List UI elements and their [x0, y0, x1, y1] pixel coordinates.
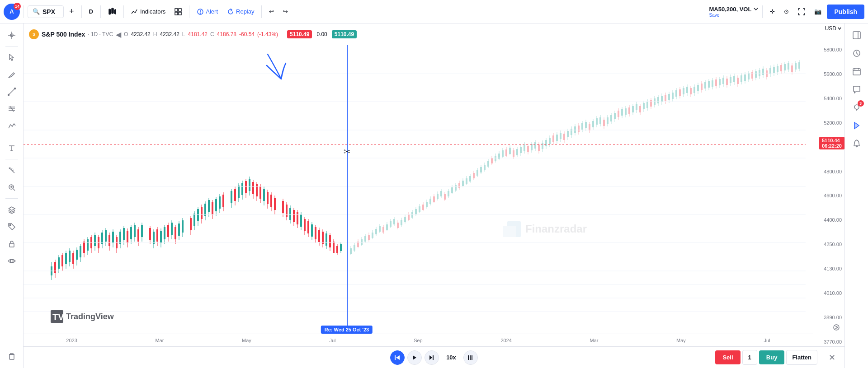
- svg-rect-410: [719, 79, 721, 85]
- svg-rect-206: [350, 248, 352, 254]
- svg-rect-3: [112, 9, 113, 13]
- publish-button[interactable]: Publish: [827, 5, 864, 19]
- lock-tool[interactable]: [4, 236, 20, 252]
- svg-rect-200: [333, 242, 335, 253]
- svg-rect-282: [487, 161, 489, 167]
- layouts-icon: [175, 8, 182, 15]
- timeframe-button[interactable]: D: [85, 6, 97, 17]
- flatten-button[interactable]: Flatten: [786, 350, 817, 365]
- time-scale: 2023 Mar May Jul Sep 2024 Mar May Jul: [24, 334, 813, 346]
- svg-text:TV: TV: [52, 312, 63, 322]
- svg-marker-472: [413, 355, 416, 360]
- svg-rect-400: [701, 84, 703, 90]
- indicators-button[interactable]: Indicators: [127, 6, 169, 18]
- svg-rect-406: [712, 80, 713, 87]
- svg-line-31: [11, 168, 12, 170]
- svg-rect-230: [393, 219, 395, 224]
- svg-rect-306: [531, 144, 533, 150]
- replay-panel-button[interactable]: [849, 117, 865, 134]
- svg-rect-424: [744, 75, 746, 81]
- replay-vertical-line: [347, 45, 348, 334]
- svg-rect-212: [361, 239, 363, 245]
- pointer-tool[interactable]: [4, 49, 20, 65]
- ma-indicator-area[interactable]: MA50,200, VOL Save: [709, 6, 759, 18]
- pattern-tool[interactable]: [4, 118, 20, 134]
- replay-go-to-start-button[interactable]: [390, 350, 405, 365]
- chat-button[interactable]: [849, 81, 865, 98]
- buy-button[interactable]: Buy: [759, 350, 785, 364]
- ideas-button[interactable]: 3: [849, 99, 865, 116]
- user-annotation: [267, 54, 286, 79]
- svg-rect-82: [101, 233, 103, 244]
- eye-tool[interactable]: [4, 253, 20, 269]
- svg-rect-274: [473, 173, 475, 178]
- trash-tool[interactable]: [4, 348, 20, 364]
- svg-rect-324: [563, 134, 565, 140]
- panel-toggle-button[interactable]: [849, 27, 865, 43]
- chart-type-button[interactable]: [104, 5, 120, 18]
- svg-rect-444: [780, 65, 782, 71]
- svg-rect-186: [307, 221, 309, 233]
- alerts-button[interactable]: [849, 135, 865, 152]
- undo-button[interactable]: ↩: [265, 6, 278, 17]
- symbol-nav[interactable]: ◀: [116, 30, 121, 39]
- svg-rect-368: [643, 103, 645, 109]
- svg-rect-398: [697, 85, 699, 91]
- replay-play-button[interactable]: [407, 350, 422, 365]
- redo-button[interactable]: ↪: [279, 6, 292, 17]
- svg-rect-214: [364, 236, 366, 242]
- cursor-dot-button[interactable]: ⊙: [780, 6, 793, 17]
- replay-next-button[interactable]: [425, 350, 439, 365]
- user-avatar[interactable]: A 14: [4, 4, 20, 20]
- svg-rect-196: [326, 233, 327, 246]
- layers-tool[interactable]: [4, 201, 20, 218]
- alert-button[interactable]: Alert: [193, 6, 222, 18]
- fullscreen-button[interactable]: [794, 6, 809, 18]
- layouts-button[interactable]: [171, 6, 185, 18]
- watchlist-button[interactable]: [849, 45, 865, 61]
- symbol-text: SPX: [42, 8, 55, 15]
- price-scale: 5800.00 5600.00 5400.00 5200.00 5000.00 …: [813, 45, 844, 346]
- svg-rect-467: [503, 226, 516, 237]
- notification-badge: 14: [14, 3, 21, 10]
- cursor-crosshair-button[interactable]: ✛: [766, 6, 778, 17]
- svg-rect-40: [9, 354, 14, 359]
- svg-rect-194: [322, 232, 324, 244]
- replay-date-label: Re: Wed 25 Oct '23: [321, 326, 373, 334]
- candle-group-sep-2023: [282, 199, 342, 255]
- svg-rect-41: [853, 32, 860, 39]
- close-replay-button[interactable]: ✕: [825, 350, 839, 365]
- svg-rect-160: [256, 184, 258, 196]
- svg-rect-208: [354, 245, 355, 251]
- ruler-tool[interactable]: [4, 162, 20, 178]
- sell-button[interactable]: Sell: [715, 350, 740, 364]
- add-symbol-button[interactable]: +: [66, 5, 78, 19]
- svg-rect-72: [83, 242, 85, 253]
- text-tool[interactable]: [4, 140, 20, 156]
- svg-rect-372: [650, 100, 652, 107]
- ma-save-label: Save: [709, 13, 720, 18]
- svg-rect-316: [549, 138, 551, 144]
- symbol-search[interactable]: 🔍 SPX: [28, 5, 64, 18]
- zoom-tool[interactable]: [4, 179, 20, 196]
- pen-tool[interactable]: [4, 66, 20, 83]
- ruler-icon: [8, 166, 16, 174]
- fibline-tool[interactable]: [4, 101, 20, 117]
- tag-tool[interactable]: [4, 219, 20, 235]
- replay-button[interactable]: Replay: [223, 6, 258, 18]
- replay-skip-button[interactable]: [463, 350, 478, 365]
- svg-rect-146: [231, 191, 232, 203]
- crosshair-tool[interactable]: [4, 27, 20, 43]
- open-value: 4232.42: [131, 31, 150, 37]
- svg-rect-112: [160, 231, 162, 243]
- svg-rect-166: [267, 192, 269, 204]
- price-label-4600: 4600.00: [816, 193, 842, 198]
- svg-rect-126: [190, 218, 192, 230]
- symbol-interval: · 1D · TVC: [88, 31, 113, 37]
- lock-icon: [8, 240, 16, 248]
- camera-button[interactable]: 📷: [811, 6, 825, 17]
- calendar-button[interactable]: [849, 63, 865, 79]
- currency-selector[interactable]: USD: [822, 23, 844, 33]
- line-tool[interactable]: [4, 84, 20, 100]
- svg-rect-272: [469, 176, 471, 182]
